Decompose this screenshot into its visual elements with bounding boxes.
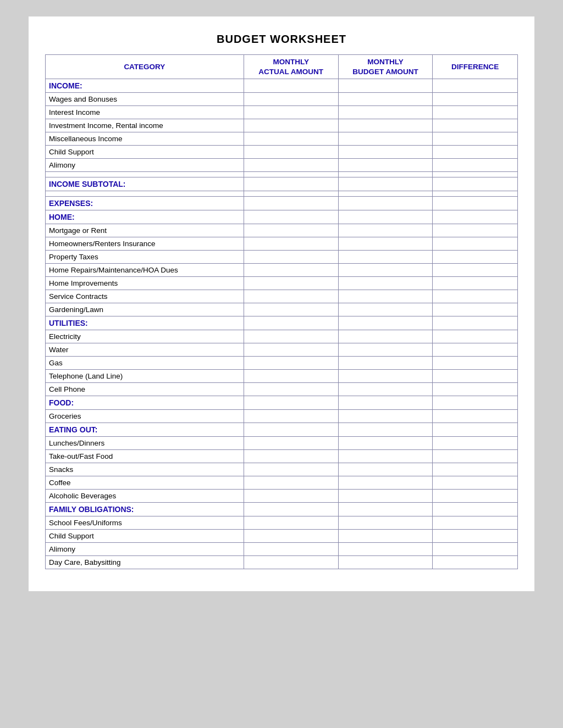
table-row: INCOME SUBTOTAL: <box>46 177 518 191</box>
table-row: Gas <box>46 357 518 370</box>
section-header-cell: FOOD: <box>46 396 244 410</box>
item-label-cell: Gas <box>46 357 244 370</box>
table-row: FOOD: <box>46 396 518 410</box>
item-label-cell: Lunches/Dinners <box>46 437 244 450</box>
item-label-cell: Alcoholic Beverages <box>46 490 244 503</box>
table-row: Home Improvements <box>46 277 518 290</box>
item-label-cell: School Fees/Uniforms <box>46 516 244 530</box>
section-header-cell: FAMILY OBLIGATIONS: <box>46 503 244 516</box>
table-row: Interest Income <box>46 106 518 119</box>
table-row: Alimony <box>46 159 518 172</box>
table-row: Home Repairs/Maintenance/HOA Dues <box>46 264 518 277</box>
table-row: EATING OUT: <box>46 423 518 437</box>
table-row: Miscellaneous Income <box>46 132 518 146</box>
table-row: Day Care, Babysitting <box>46 556 518 569</box>
item-label-cell: Interest Income <box>46 106 244 119</box>
item-label-cell: Miscellaneous Income <box>46 132 244 146</box>
item-label-cell: Cell Phone <box>46 383 244 396</box>
item-label-cell: Mortgage or Rent <box>46 224 244 237</box>
table-row: Snacks <box>46 463 518 476</box>
table-row: Alimony <box>46 543 518 556</box>
table-row: Telephone (Land Line) <box>46 370 518 383</box>
table-row: Groceries <box>46 410 518 423</box>
item-label-cell: Coffee <box>46 476 244 490</box>
item-label-cell: Telephone (Land Line) <box>46 370 244 383</box>
section-header-cell: INCOME: <box>46 79 244 93</box>
table-row: Gardening/Lawn <box>46 303 518 316</box>
table-row: UTILITIES: <box>46 316 518 330</box>
section-header-cell: UTILITIES: <box>46 316 244 330</box>
section-header-cell: HOME: <box>46 210 244 224</box>
table-row: Take-out/Fast Food <box>46 450 518 463</box>
item-label-cell: Investment Income, Rental income <box>46 119 244 132</box>
item-label-cell: Take-out/Fast Food <box>46 450 244 463</box>
item-label-cell: Alimony <box>46 543 244 556</box>
header-budget: MONTHLYBUDGET AMOUNT <box>338 55 433 79</box>
page-container: BUDGET WORKSHEET CATEGORY MONTHLYACTUAL … <box>29 16 534 591</box>
table-row: Service Contracts <box>46 290 518 303</box>
table-row: HOME: <box>46 210 518 224</box>
item-label-cell: Homeowners/Renters Insurance <box>46 237 244 251</box>
spacer-row <box>46 191 518 197</box>
table-row: Lunches/Dinners <box>46 437 518 450</box>
item-label-cell: Groceries <box>46 410 244 423</box>
item-label-cell: Snacks <box>46 463 244 476</box>
table-row: INCOME: <box>46 79 518 93</box>
table-row: Child Support <box>46 530 518 543</box>
item-label-cell: Service Contracts <box>46 290 244 303</box>
item-label-cell: Home Improvements <box>46 277 244 290</box>
item-label-cell: Property Taxes <box>46 251 244 264</box>
section-header-cell: EATING OUT: <box>46 423 244 437</box>
item-label-cell: Home Repairs/Maintenance/HOA Dues <box>46 264 244 277</box>
item-label-cell: Gardening/Lawn <box>46 303 244 316</box>
item-label-cell: Wages and Bonuses <box>46 93 244 106</box>
table-row: Child Support <box>46 146 518 159</box>
table-row: Alcoholic Beverages <box>46 490 518 503</box>
item-label-cell: Electricity <box>46 330 244 343</box>
table-row: Coffee <box>46 476 518 490</box>
table-row: FAMILY OBLIGATIONS: <box>46 503 518 516</box>
table-row: Homeowners/Renters Insurance <box>46 237 518 251</box>
item-label-cell: Water <box>46 343 244 357</box>
item-label-cell: Alimony <box>46 159 244 172</box>
budget-table: CATEGORY MONTHLYACTUAL AMOUNT MONTHLYBUD… <box>45 54 518 569</box>
table-row: Electricity <box>46 330 518 343</box>
table-row: EXPENSES: <box>46 197 518 210</box>
page-title: BUDGET WORKSHEET <box>45 33 518 46</box>
table-header-row: CATEGORY MONTHLYACTUAL AMOUNT MONTHLYBUD… <box>46 55 518 79</box>
table-row: Mortgage or Rent <box>46 224 518 237</box>
header-actual: MONTHLYACTUAL AMOUNT <box>244 55 338 79</box>
item-label-cell: Day Care, Babysitting <box>46 556 244 569</box>
table-row: Wages and Bonuses <box>46 93 518 106</box>
item-label-cell: Child Support <box>46 146 244 159</box>
table-row: Investment Income, Rental income <box>46 119 518 132</box>
header-difference: DIFFERENCE <box>433 55 518 79</box>
table-row: Water <box>46 343 518 357</box>
table-row: School Fees/Uniforms <box>46 516 518 530</box>
section-header-cell: EXPENSES: <box>46 197 244 210</box>
table-row: Property Taxes <box>46 251 518 264</box>
spacer-row <box>46 172 518 177</box>
table-row: Cell Phone <box>46 383 518 396</box>
header-category: CATEGORY <box>46 55 244 79</box>
subtotal-cell: INCOME SUBTOTAL: <box>46 177 244 191</box>
item-label-cell: Child Support <box>46 530 244 543</box>
